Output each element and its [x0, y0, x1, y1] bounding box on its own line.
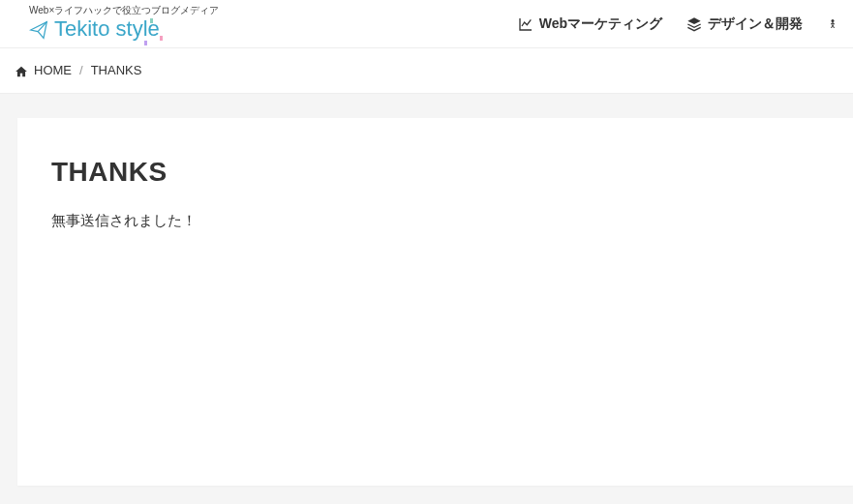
- chart-line-icon: [518, 15, 533, 32]
- svg-point-0: [832, 19, 835, 22]
- header: Web×ライフハックで役立つブログメディア Tekito style Webマー…: [0, 0, 853, 48]
- content-wrap: THANKS 無事送信されました！: [0, 94, 853, 486]
- page-body: 無事送信されました！: [51, 207, 819, 233]
- layers-icon: [686, 15, 702, 32]
- breadcrumb-home-label: HOME: [34, 63, 72, 77]
- main-nav: Webマーケティング デザイン＆開発: [518, 15, 838, 33]
- site-logo[interactable]: Tekito style: [29, 16, 160, 42]
- nav-item-marketing[interactable]: Webマーケティング: [518, 15, 662, 33]
- plane-icon: [29, 16, 48, 42]
- nav-item-design-dev[interactable]: デザイン＆開発: [686, 15, 803, 33]
- confetti-decoration: [140, 16, 169, 45]
- home-icon: [15, 63, 28, 78]
- nav-item-partial[interactable]: [827, 16, 838, 32]
- header-left: Web×ライフハックで役立つブログメディア Tekito style: [29, 7, 160, 42]
- breadcrumb: HOME / THANKS: [0, 48, 853, 94]
- content-card: THANKS 無事送信されました！: [17, 118, 853, 486]
- breadcrumb-separator: /: [79, 63, 83, 77]
- breadcrumb-home[interactable]: HOME: [15, 63, 72, 78]
- page-title: THANKS: [51, 157, 819, 188]
- nav-item-label: デザイン＆開発: [708, 15, 803, 33]
- breadcrumb-current: THANKS: [91, 63, 142, 77]
- nav-item-label: Webマーケティング: [539, 15, 662, 33]
